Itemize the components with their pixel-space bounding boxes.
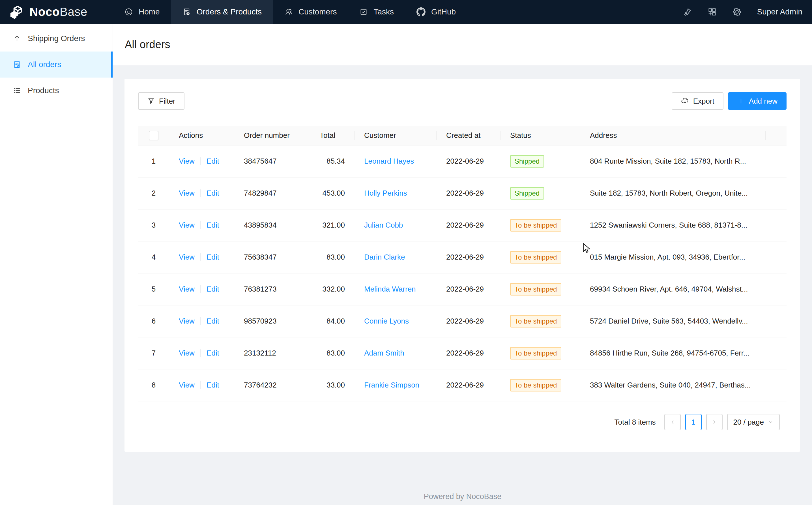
address-cell: 015 Margie Mission, Apt. 093, 34936, Ebe… [580,241,766,273]
view-link[interactable]: View [179,381,195,389]
table-row: 3 ViewEdit 43895834 321.00 Julian Cobb 2… [138,209,787,241]
edit-link[interactable]: Edit [207,221,219,229]
order-number-cell: 38475647 [234,145,310,177]
extra-cell [766,209,787,241]
total-cell: 84.00 [310,305,354,337]
toolbar-right: Export Add new [672,92,787,110]
sidebar-item-label: Products [28,86,59,95]
sidebar-item-all-orders[interactable]: All orders [0,51,112,77]
created-at-cell: 2022-06-29 [437,337,501,369]
column-header-order-number: Order number [234,126,310,145]
cloud-download-icon [681,97,689,105]
actions-cell: ViewEdit [169,337,234,369]
top-nav: NocoBase Home Ord [0,0,812,24]
order-number-cell: 74829847 [234,177,310,209]
github-icon [417,7,426,16]
actions-cell: ViewEdit [169,369,234,401]
address-cell: 383 Walter Gardens, Suite 040, 24947, Be… [580,369,766,401]
customer-link[interactable]: Darin Clarke [364,253,405,261]
plugins-button[interactable] [707,7,717,17]
view-link[interactable]: View [179,253,195,261]
edit-link[interactable]: Edit [207,285,219,293]
order-number-cell: 23132112 [234,337,310,369]
actions-cell: ViewEdit [169,273,234,305]
customer-link[interactable]: Frankie Simpson [364,381,419,389]
table-header-row: Actions Order number Total Customer Crea… [138,126,787,145]
select-all-header [138,126,169,145]
total-cell: 83.00 [310,241,354,273]
table-row: 5 ViewEdit 76381273 332.00 Melinda Warre… [138,273,787,305]
customer-link[interactable]: Melinda Warren [364,285,416,293]
edit-link[interactable]: Edit [207,189,219,197]
status-cell: To be shipped [501,369,580,401]
user-menu[interactable]: Super Admin [757,7,802,16]
pagination-prev-button[interactable] [664,414,681,430]
edit-link[interactable]: Edit [207,317,219,325]
extra-cell [766,273,787,305]
view-link[interactable]: View [179,317,195,325]
settings-button[interactable] [732,7,742,17]
orders-table-card: Filter Export Add new [124,79,800,452]
customer-cell: Melinda Warren [354,273,437,305]
pagination-page-1[interactable]: 1 [685,414,702,430]
customer-link[interactable]: Leonard Hayes [364,157,414,165]
nocobase-logo[interactable]: NocoBase [0,0,113,24]
page-size-select[interactable]: 20 / page [727,414,780,430]
add-new-button[interactable]: Add new [728,92,787,110]
tab-orders-and-products[interactable]: Orders & Products [171,0,273,24]
view-link[interactable]: View [179,221,195,229]
edit-link[interactable]: Edit [207,349,219,357]
chevron-right-icon [711,419,718,425]
ui-editor-button[interactable] [683,7,692,17]
sidebar-item-shipping-orders[interactable]: Shipping Orders [0,25,112,51]
main-content: Filter Export Add new [113,65,812,505]
smile-icon [124,8,133,16]
tab-home[interactable]: Home [113,0,171,24]
edit-link[interactable]: Edit [207,381,219,389]
address-cell: Suite 182, 15783, North Robert, Oregon, … [580,177,766,209]
status-cell: To be shipped [501,241,580,273]
row-index: 7 [138,337,169,369]
view-link[interactable]: View [179,285,195,293]
nav-tabs: Home Orders & Products Customers [113,0,467,24]
status-cell: Shipped [501,145,580,177]
view-link[interactable]: View [179,157,195,165]
table-toolbar: Filter Export Add new [138,92,787,110]
order-number-cell: 76381273 [234,273,310,305]
table-row: 8 ViewEdit 73764232 33.00 Frankie Simpso… [138,369,787,401]
row-index: 6 [138,305,169,337]
extra-cell [766,177,787,209]
edit-link[interactable]: Edit [207,253,219,261]
customer-link[interactable]: Holly Perkins [364,189,407,197]
tab-customers[interactable]: Customers [273,0,348,24]
pagination-next-button[interactable] [706,414,723,430]
chevron-left-icon [669,419,675,425]
customer-link[interactable]: Connie Lyons [364,317,409,325]
actions-cell: ViewEdit [169,177,234,209]
export-button[interactable]: Export [672,92,724,110]
customer-link[interactable]: Adam Smith [364,349,404,357]
order-number-cell: 43895834 [234,209,310,241]
view-link[interactable]: View [179,349,195,357]
view-link[interactable]: View [179,189,195,197]
customer-link[interactable]: Julian Cobb [364,221,403,229]
tab-tasks[interactable]: Tasks [348,0,405,24]
order-number-cell: 75638347 [234,241,310,273]
pagination: Total 8 items 1 20 / page [138,414,787,430]
sidebar-item-products[interactable]: Products [0,77,112,104]
actions-cell: ViewEdit [169,305,234,337]
plus-icon [737,97,745,105]
status-cell: Shipped [501,177,580,209]
table-row: 2 ViewEdit 74829847 453.00 Holly Perkins… [138,177,787,209]
customer-cell: Darin Clarke [354,241,437,273]
filter-button[interactable]: Filter [138,92,185,110]
order-number-cell: 73764232 [234,369,310,401]
select-all-checkbox[interactable] [149,131,159,140]
status-cell: To be shipped [501,209,580,241]
extra-cell [766,369,787,401]
address-cell: 84856 Hirthe Run, Suite 268, 94754-6705,… [580,337,766,369]
total-cell: 453.00 [310,177,354,209]
tab-github[interactable]: GitHub [405,0,467,24]
action-divider [200,349,201,357]
edit-link[interactable]: Edit [207,157,219,165]
